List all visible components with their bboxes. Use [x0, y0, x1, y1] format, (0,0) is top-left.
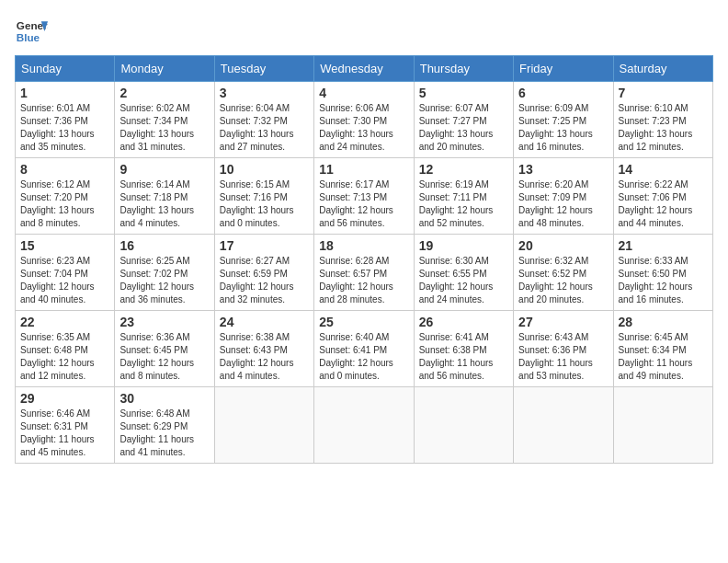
- svg-text:Blue: Blue: [17, 31, 40, 43]
- day-info: Sunrise: 6:36 AM Sunset: 6:45 PM Dayligh…: [119, 331, 209, 383]
- day-number: 26: [419, 315, 508, 329]
- calendar-day-cell: 26Sunrise: 6:41 AM Sunset: 6:38 PM Dayli…: [414, 311, 513, 387]
- day-info: Sunrise: 6:28 AM Sunset: 6:57 PM Dayligh…: [319, 255, 408, 306]
- calendar-day-cell: 13Sunrise: 6:20 AM Sunset: 7:09 PM Dayli…: [514, 158, 613, 235]
- calendar-day-cell: 6Sunrise: 6:09 AM Sunset: 7:25 PM Daylig…: [514, 82, 613, 158]
- day-number: 17: [220, 238, 309, 253]
- day-info: Sunrise: 6:40 AM Sunset: 6:41 PM Dayligh…: [319, 331, 408, 383]
- calendar-day-cell: [613, 387, 712, 464]
- day-number: 10: [220, 162, 309, 177]
- day-number: 11: [319, 162, 408, 177]
- calendar-day-cell: 29Sunrise: 6:46 AM Sunset: 6:31 PM Dayli…: [16, 387, 115, 464]
- day-info: Sunrise: 6:06 AM Sunset: 7:30 PM Dayligh…: [319, 102, 408, 154]
- day-number: 12: [419, 162, 508, 177]
- calendar-day-cell: 5Sunrise: 6:07 AM Sunset: 7:27 PM Daylig…: [414, 82, 513, 158]
- day-info: Sunrise: 6:27 AM Sunset: 6:59 PM Dayligh…: [220, 255, 309, 306]
- calendar-day-cell: 4Sunrise: 6:06 AM Sunset: 7:30 PM Daylig…: [314, 82, 414, 158]
- day-info: Sunrise: 6:33 AM Sunset: 6:50 PM Dayligh…: [619, 255, 708, 306]
- day-info: Sunrise: 6:43 AM Sunset: 6:36 PM Dayligh…: [518, 331, 608, 383]
- calendar-day-cell: 2Sunrise: 6:02 AM Sunset: 7:34 PM Daylig…: [115, 82, 214, 158]
- day-number: 19: [419, 238, 508, 253]
- day-info: Sunrise: 6:15 AM Sunset: 7:16 PM Dayligh…: [220, 178, 309, 230]
- calendar-day-cell: 17Sunrise: 6:27 AM Sunset: 6:59 PM Dayli…: [214, 235, 313, 311]
- day-number: 9: [119, 162, 209, 177]
- calendar-day-cell: 16Sunrise: 6:25 AM Sunset: 7:02 PM Dayli…: [115, 235, 214, 311]
- day-number: 25: [319, 315, 408, 329]
- day-number: 4: [319, 86, 408, 100]
- calendar-week-row: 8Sunrise: 6:12 AM Sunset: 7:20 PM Daylig…: [16, 158, 713, 235]
- day-info: Sunrise: 6:41 AM Sunset: 6:38 PM Dayligh…: [419, 331, 508, 383]
- calendar-day-cell: [214, 387, 313, 464]
- day-number: 15: [20, 238, 109, 253]
- day-info: Sunrise: 6:20 AM Sunset: 7:09 PM Dayligh…: [518, 178, 608, 230]
- calendar-day-cell: 24Sunrise: 6:38 AM Sunset: 6:43 PM Dayli…: [214, 311, 313, 387]
- day-info: Sunrise: 6:09 AM Sunset: 7:25 PM Dayligh…: [518, 102, 608, 154]
- day-of-week-header: Friday: [514, 56, 613, 82]
- day-info: Sunrise: 6:38 AM Sunset: 6:43 PM Dayligh…: [220, 331, 309, 383]
- day-number: 5: [419, 86, 508, 100]
- page-header: General Blue: [15, 15, 713, 48]
- day-number: 13: [518, 162, 608, 177]
- day-info: Sunrise: 6:48 AM Sunset: 6:29 PM Dayligh…: [119, 408, 209, 459]
- day-number: 24: [220, 315, 309, 329]
- day-number: 30: [119, 391, 209, 406]
- calendar-day-cell: 3Sunrise: 6:04 AM Sunset: 7:32 PM Daylig…: [214, 82, 313, 158]
- calendar-day-cell: [314, 387, 414, 464]
- calendar-day-cell: 12Sunrise: 6:19 AM Sunset: 7:11 PM Dayli…: [414, 158, 513, 235]
- day-number: 14: [619, 162, 708, 177]
- day-info: Sunrise: 6:32 AM Sunset: 6:52 PM Dayligh…: [518, 255, 608, 306]
- day-number: 3: [220, 86, 309, 100]
- calendar-day-cell: 19Sunrise: 6:30 AM Sunset: 6:55 PM Dayli…: [414, 235, 513, 311]
- calendar-day-cell: 20Sunrise: 6:32 AM Sunset: 6:52 PM Dayli…: [514, 235, 613, 311]
- day-info: Sunrise: 6:07 AM Sunset: 7:27 PM Dayligh…: [419, 102, 508, 154]
- logo-icon: General Blue: [15, 15, 48, 48]
- calendar-header-row: SundayMondayTuesdayWednesdayThursdayFrid…: [16, 56, 713, 82]
- day-number: 27: [518, 315, 608, 329]
- calendar-table: SundayMondayTuesdayWednesdayThursdayFrid…: [15, 55, 713, 464]
- day-info: Sunrise: 6:46 AM Sunset: 6:31 PM Dayligh…: [20, 408, 109, 459]
- day-info: Sunrise: 6:02 AM Sunset: 7:34 PM Dayligh…: [119, 102, 209, 154]
- day-info: Sunrise: 6:04 AM Sunset: 7:32 PM Dayligh…: [220, 102, 309, 154]
- day-number: 20: [518, 238, 608, 253]
- calendar-day-cell: 14Sunrise: 6:22 AM Sunset: 7:06 PM Dayli…: [613, 158, 712, 235]
- day-info: Sunrise: 6:23 AM Sunset: 7:04 PM Dayligh…: [20, 255, 109, 306]
- calendar-day-cell: 27Sunrise: 6:43 AM Sunset: 6:36 PM Dayli…: [514, 311, 613, 387]
- day-of-week-header: Wednesday: [314, 56, 414, 82]
- day-of-week-header: Sunday: [16, 56, 115, 82]
- day-info: Sunrise: 6:12 AM Sunset: 7:20 PM Dayligh…: [20, 178, 109, 230]
- day-number: 1: [20, 86, 109, 100]
- calendar-week-row: 22Sunrise: 6:35 AM Sunset: 6:48 PM Dayli…: [16, 311, 713, 387]
- day-number: 8: [20, 162, 109, 177]
- calendar-day-cell: 30Sunrise: 6:48 AM Sunset: 6:29 PM Dayli…: [115, 387, 214, 464]
- calendar-day-cell: 8Sunrise: 6:12 AM Sunset: 7:20 PM Daylig…: [16, 158, 115, 235]
- day-info: Sunrise: 6:25 AM Sunset: 7:02 PM Dayligh…: [119, 255, 209, 306]
- day-info: Sunrise: 6:35 AM Sunset: 6:48 PM Dayligh…: [20, 331, 109, 383]
- day-info: Sunrise: 6:30 AM Sunset: 6:55 PM Dayligh…: [419, 255, 508, 306]
- day-of-week-header: Tuesday: [214, 56, 313, 82]
- day-number: 28: [619, 315, 708, 329]
- calendar-day-cell: 21Sunrise: 6:33 AM Sunset: 6:50 PM Dayli…: [613, 235, 712, 311]
- day-info: Sunrise: 6:19 AM Sunset: 7:11 PM Dayligh…: [419, 178, 508, 230]
- day-number: 7: [619, 86, 708, 100]
- calendar-day-cell: [414, 387, 513, 464]
- day-info: Sunrise: 6:14 AM Sunset: 7:18 PM Dayligh…: [119, 178, 209, 230]
- calendar-day-cell: 15Sunrise: 6:23 AM Sunset: 7:04 PM Dayli…: [16, 235, 115, 311]
- day-info: Sunrise: 6:45 AM Sunset: 6:34 PM Dayligh…: [619, 331, 708, 383]
- calendar-day-cell: 18Sunrise: 6:28 AM Sunset: 6:57 PM Dayli…: [314, 235, 414, 311]
- day-info: Sunrise: 6:01 AM Sunset: 7:36 PM Dayligh…: [20, 102, 109, 154]
- calendar-day-cell: 22Sunrise: 6:35 AM Sunset: 6:48 PM Dayli…: [16, 311, 115, 387]
- day-of-week-header: Saturday: [613, 56, 712, 82]
- day-info: Sunrise: 6:17 AM Sunset: 7:13 PM Dayligh…: [319, 178, 408, 230]
- calendar-week-row: 1Sunrise: 6:01 AM Sunset: 7:36 PM Daylig…: [16, 82, 713, 158]
- day-number: 16: [119, 238, 209, 253]
- calendar-day-cell: 11Sunrise: 6:17 AM Sunset: 7:13 PM Dayli…: [314, 158, 414, 235]
- day-number: 6: [518, 86, 608, 100]
- day-of-week-header: Thursday: [414, 56, 513, 82]
- calendar-week-row: 15Sunrise: 6:23 AM Sunset: 7:04 PM Dayli…: [16, 235, 713, 311]
- calendar-week-row: 29Sunrise: 6:46 AM Sunset: 6:31 PM Dayli…: [16, 387, 713, 464]
- day-of-week-header: Monday: [115, 56, 214, 82]
- calendar-day-cell: 7Sunrise: 6:10 AM Sunset: 7:23 PM Daylig…: [613, 82, 712, 158]
- calendar-day-cell: 25Sunrise: 6:40 AM Sunset: 6:41 PM Dayli…: [314, 311, 414, 387]
- day-number: 23: [119, 315, 209, 329]
- day-info: Sunrise: 6:22 AM Sunset: 7:06 PM Dayligh…: [619, 178, 708, 230]
